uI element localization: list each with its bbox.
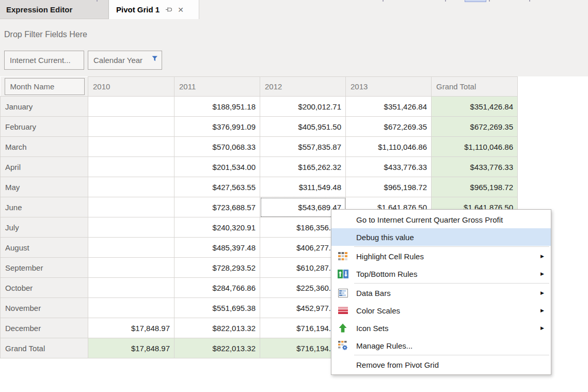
pivot-cell-may-2012[interactable]: $311,549.48 bbox=[260, 177, 346, 197]
menu-item-label: Top/Bottom Rules bbox=[356, 270, 417, 278]
pivot-cell-january-2013[interactable]: $351,426.84 bbox=[346, 97, 432, 117]
pivot-cell-may-grand-total[interactable]: $965,198.72 bbox=[432, 177, 518, 197]
pivot-cell-grand-total-2011[interactable]: $822,013.32 bbox=[174, 338, 260, 358]
row-header-january[interactable]: January bbox=[1, 97, 88, 117]
menu-separator bbox=[354, 355, 549, 355]
row-header-april[interactable]: April bbox=[1, 157, 88, 177]
pivot-cell-february-2013[interactable]: $672,269.35 bbox=[346, 117, 432, 137]
toolbar-artifact bbox=[97, 0, 98, 2]
menu-item-label: Icon Sets bbox=[356, 324, 389, 333]
pivot-cell-july-2010[interactable] bbox=[88, 217, 174, 238]
column-header-2010[interactable]: 2010 bbox=[88, 77, 174, 97]
top-area: Expression Editor Pivot Grid 1 ✕ Drop Fi… bbox=[0, 0, 588, 76]
row-header-grand-total[interactable]: Grand Total bbox=[1, 338, 88, 358]
tab-pivot-grid-1[interactable]: Pivot Grid 1 ✕ bbox=[109, 0, 199, 19]
pivot-cell-october-2011[interactable]: $284,766.86 bbox=[174, 278, 260, 298]
toolbar-artifact bbox=[489, 0, 490, 2]
pivot-cell-grand-total-2010[interactable]: $17,848.97 bbox=[88, 338, 174, 358]
menu-item-remove-from-pivot-grid[interactable]: Remove from Pivot Grid bbox=[331, 356, 551, 373]
toolbar-artifact bbox=[529, 0, 530, 2]
pivot-cell-may-2013[interactable]: $965,198.72 bbox=[346, 177, 432, 197]
pivot-cell-february-grand-total[interactable]: $672,269.35 bbox=[432, 117, 518, 137]
row-header-may[interactable]: May bbox=[1, 177, 88, 197]
pin-icon[interactable] bbox=[165, 6, 173, 13]
menu-item-color-scales[interactable]: Color Scales▶ bbox=[331, 302, 551, 319]
pivot-cell-april-2010[interactable] bbox=[88, 157, 174, 177]
menu-item-data-bars[interactable]: Data Bars▶ bbox=[331, 284, 551, 302]
menu-separator bbox=[354, 246, 549, 247]
pivot-cell-july-2011[interactable]: $240,320.91 bbox=[174, 217, 260, 238]
row-header-february[interactable]: February bbox=[1, 117, 88, 137]
pivot-cell-december-2011[interactable]: $822,013.32 bbox=[174, 318, 260, 338]
pivot-cell-january-2011[interactable]: $188,951.18 bbox=[174, 97, 260, 117]
row-header-march[interactable]: March bbox=[1, 137, 88, 157]
field-label: Calendar Year bbox=[93, 56, 142, 65]
pivot-cell-april-grand-total[interactable]: $433,776.33 bbox=[432, 157, 518, 177]
pivot-cell-august-2010[interactable] bbox=[88, 238, 174, 258]
month-name-field-button[interactable]: Month Name bbox=[5, 78, 85, 95]
column-header-grand-total[interactable]: Grand Total bbox=[432, 77, 518, 97]
column-header-2013[interactable]: 2013 bbox=[346, 77, 432, 97]
pivot-cell-march-2011[interactable]: $570,068.33 bbox=[174, 137, 260, 157]
manage-rules-icon bbox=[336, 341, 349, 350]
pivot-cell-march-2010[interactable] bbox=[88, 137, 174, 157]
column-header-2011[interactable]: 2011 bbox=[174, 77, 260, 97]
pivot-cell-august-2011[interactable]: $485,397.48 bbox=[174, 238, 260, 258]
row-area-header: Month Name bbox=[1, 77, 88, 97]
tab-expression-editor[interactable]: Expression Editor bbox=[0, 0, 109, 19]
pivot-cell-may-2011[interactable]: $427,563.55 bbox=[174, 177, 260, 197]
pivot-cell-march-grand-total[interactable]: $1,110,046.86 bbox=[432, 137, 518, 157]
close-icon[interactable]: ✕ bbox=[178, 6, 184, 14]
pivot-cell-december-2010[interactable]: $17,848.97 bbox=[88, 318, 174, 338]
pivot-cell-april-2013[interactable]: $433,776.33 bbox=[346, 157, 432, 177]
menu-item-label: Manage Rules... bbox=[356, 341, 412, 350]
menu-item-label: Data Bars bbox=[356, 289, 391, 297]
menu-item-highlight-cell-rules[interactable]: Highlight Cell Rules▶ bbox=[331, 247, 551, 265]
menu-item-label: Highlight Cell Rules bbox=[356, 252, 424, 261]
tab-label: Pivot Grid 1 bbox=[116, 5, 160, 14]
pivot-cell-september-2010[interactable] bbox=[88, 258, 174, 278]
row-header-november[interactable]: November bbox=[1, 298, 88, 318]
filter-field-internet-current[interactable]: Internet Current... bbox=[4, 51, 84, 70]
pivot-cell-february-2012[interactable]: $405,951.50 bbox=[260, 117, 346, 137]
pivot-cell-september-2011[interactable]: $728,293.52 bbox=[174, 258, 260, 278]
month-name-label: Month Name bbox=[10, 82, 55, 91]
menu-item-manage-rules[interactable]: Manage Rules... bbox=[331, 337, 551, 354]
data-bars-icon bbox=[336, 289, 349, 297]
color-scales-icon bbox=[336, 307, 349, 314]
filter-funnel-icon[interactable] bbox=[152, 54, 158, 63]
row-header-september[interactable]: September bbox=[1, 258, 88, 278]
submenu-arrow-icon: ▶ bbox=[541, 290, 544, 295]
menu-item-top-bottom-rules[interactable]: Top/Bottom Rules▶ bbox=[331, 265, 551, 283]
pivot-cell-january-2012[interactable]: $200,012.71 bbox=[260, 97, 346, 117]
column-header-2012[interactable]: 2012 bbox=[260, 77, 346, 97]
pivot-cell-november-2010[interactable] bbox=[88, 298, 174, 318]
menu-item-debug-this-value[interactable]: Debug this value bbox=[331, 228, 551, 246]
pivot-cell-april-2011[interactable]: $201,534.00 bbox=[174, 157, 260, 177]
menu-item-label: Remove from Pivot Grid bbox=[356, 360, 439, 369]
pivot-cell-april-2012[interactable]: $165,262.32 bbox=[260, 157, 346, 177]
row-header-october[interactable]: October bbox=[1, 278, 88, 298]
pivot-cell-june-2011[interactable]: $723,688.57 bbox=[174, 197, 260, 217]
icon-sets-icon bbox=[336, 323, 349, 333]
pivot-cell-march-2013[interactable]: $1,110,046.86 bbox=[346, 137, 432, 157]
pivot-cell-january-2010[interactable] bbox=[88, 97, 174, 117]
row-header-december[interactable]: December bbox=[1, 318, 88, 338]
submenu-arrow-icon: ▶ bbox=[541, 325, 544, 331]
row-header-august[interactable]: August bbox=[1, 238, 88, 258]
row-header-july[interactable]: July bbox=[1, 217, 88, 238]
pivot-cell-february-2011[interactable]: $376,991.09 bbox=[174, 117, 260, 137]
pivot-cell-march-2012[interactable]: $557,835.87 bbox=[260, 137, 346, 157]
pivot-cell-june-2010[interactable] bbox=[88, 197, 174, 217]
menu-item-go-to-internet-current-quarter-gross-profit[interactable]: Go to Internet Current Quarter Gross Pro… bbox=[331, 211, 551, 228]
toolbar-artifact bbox=[383, 0, 384, 2]
row-header-june[interactable]: June bbox=[1, 197, 88, 217]
pivot-cell-october-2010[interactable] bbox=[88, 278, 174, 298]
context-menu: Go to Internet Current Quarter Gross Pro… bbox=[331, 209, 551, 375]
menu-item-icon-sets[interactable]: Icon Sets▶ bbox=[331, 319, 551, 337]
pivot-cell-november-2011[interactable]: $551,695.38 bbox=[174, 298, 260, 318]
pivot-cell-january-grand-total[interactable]: $351,426.84 bbox=[432, 97, 518, 117]
pivot-cell-february-2010[interactable] bbox=[88, 117, 174, 137]
pivot-cell-may-2010[interactable] bbox=[88, 177, 174, 197]
filter-field-calendar-year[interactable]: Calendar Year bbox=[88, 51, 162, 70]
